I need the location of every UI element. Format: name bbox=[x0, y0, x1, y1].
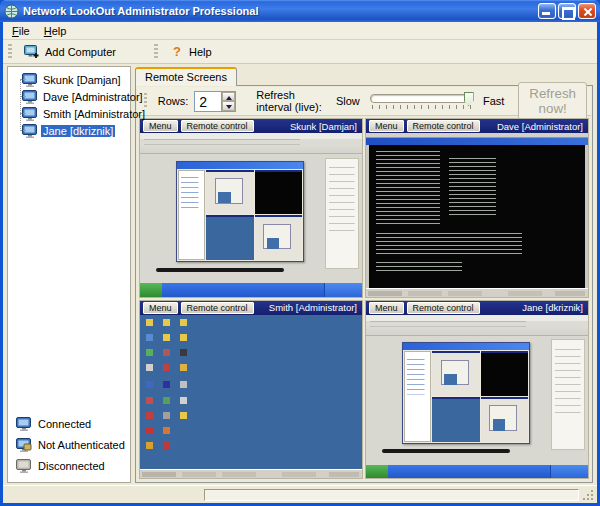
computer-sidebar: Skunk [Damjan] Dave [Administrator] Smit… bbox=[7, 66, 131, 483]
window-title: Network LookOut Administrator Profession… bbox=[23, 5, 536, 17]
remote-quadrant-terminal bbox=[255, 170, 303, 215]
remote-screen-thumbnail bbox=[140, 133, 362, 297]
remote-quadrant-terminal bbox=[481, 351, 529, 396]
sidebar-item-dave[interactable]: Dave [Administrator] bbox=[14, 88, 130, 105]
rows-value-input[interactable]: 2 bbox=[195, 92, 221, 111]
remote-taskbar-tasks bbox=[388, 465, 550, 478]
help-button[interactable]: ? Help bbox=[161, 41, 221, 62]
monitor-connected-icon bbox=[22, 90, 38, 104]
status-bar bbox=[3, 485, 597, 503]
panel-header: Menu Remote control Dave [Administrator] bbox=[366, 119, 588, 133]
computer-label: Skunk [Damjan] bbox=[41, 74, 123, 86]
menu-bar: File Help bbox=[3, 22, 597, 40]
remote-panel-skunk: Menu Remote control Skunk [Damjan] bbox=[139, 118, 363, 298]
minimize-button[interactable] bbox=[538, 3, 556, 19]
add-computer-button[interactable]: Add Computer bbox=[15, 42, 125, 62]
remote-screen-thumbnail bbox=[366, 133, 588, 297]
status-bar-field bbox=[204, 489, 579, 501]
remote-taskbar bbox=[140, 283, 362, 296]
help-label: Help bbox=[189, 46, 212, 58]
fast-label: Fast bbox=[483, 95, 504, 107]
remote-quadrant-blue-desktop bbox=[206, 215, 254, 260]
status-legend: Connected Not Authenticated Disconnected bbox=[8, 411, 130, 478]
panel-menu-button[interactable]: Menu bbox=[369, 120, 404, 132]
app-window: Network LookOut Administrator Profession… bbox=[0, 0, 600, 506]
remote-quadrant-desktop bbox=[255, 215, 303, 260]
panel-header: Menu Remote control Skunk [Damjan] bbox=[140, 119, 362, 133]
panel-computer-name: Skunk [Damjan] bbox=[290, 121, 359, 132]
menu-file[interactable]: File bbox=[5, 23, 37, 39]
slider-ticks bbox=[372, 105, 471, 109]
monitor-plus-icon bbox=[24, 45, 40, 59]
remote-taskbar-tasks bbox=[162, 283, 324, 296]
menu-help[interactable]: Help bbox=[37, 23, 74, 39]
monitor-connected-icon bbox=[22, 73, 38, 87]
remote-admin-window bbox=[176, 161, 305, 262]
remote-start-button bbox=[366, 465, 388, 478]
remote-computer-tree bbox=[178, 170, 205, 260]
toolbar-grip[interactable] bbox=[8, 44, 12, 60]
panel-remote-control-button[interactable]: Remote control bbox=[407, 302, 480, 314]
rows-spinner: 2 bbox=[194, 91, 236, 112]
terminal-text-lines bbox=[376, 151, 441, 225]
monitor-connected-icon bbox=[16, 417, 32, 431]
rows-spin-up-button[interactable] bbox=[222, 92, 235, 102]
panel-remote-control-button[interactable]: Remote control bbox=[181, 120, 254, 132]
refresh-now-button[interactable]: Refresh now! bbox=[518, 82, 587, 120]
legend-label: Connected bbox=[38, 418, 91, 430]
remote-window-titlebar bbox=[177, 162, 304, 169]
monitor-connected-icon bbox=[22, 107, 38, 121]
slow-label: Slow bbox=[336, 95, 360, 107]
remote-app-toolbar bbox=[366, 315, 588, 336]
panel-menu-button[interactable]: Menu bbox=[143, 120, 178, 132]
remote-computer-tree bbox=[404, 351, 431, 441]
terminal-text-lines bbox=[449, 158, 496, 215]
panel-remote-control-button[interactable]: Remote control bbox=[181, 302, 254, 314]
legend-disconnected: Disconnected bbox=[16, 455, 130, 476]
monitor-connected-icon bbox=[22, 124, 38, 138]
remote-command-prompt bbox=[369, 145, 584, 288]
legend-not-authenticated: Not Authenticated bbox=[16, 434, 130, 455]
remote-task-pane bbox=[325, 158, 358, 269]
toolbar: Add Computer ? Help bbox=[3, 40, 597, 64]
remote-dark-bar bbox=[156, 268, 285, 272]
panel-remote-control-button[interactable]: Remote control bbox=[407, 120, 480, 132]
panel-menu-button[interactable]: Menu bbox=[369, 302, 404, 314]
resize-grip[interactable] bbox=[581, 488, 594, 501]
remote-quadrant-desktop bbox=[206, 170, 254, 215]
remote-task-pane bbox=[551, 339, 584, 450]
toolbar-grip-2[interactable] bbox=[154, 44, 158, 60]
sidebar-item-skunk[interactable]: Skunk [Damjan] bbox=[14, 71, 130, 88]
monitor-disconnected-icon bbox=[16, 459, 32, 473]
tab-remote-screens[interactable]: Remote Screens bbox=[135, 67, 237, 86]
slider-track[interactable] bbox=[370, 94, 473, 103]
rows-spin-down-button[interactable] bbox=[222, 101, 235, 111]
remote-screens-grid: Menu Remote control Skunk [Damjan] bbox=[137, 116, 591, 481]
computer-label: Jane [dkriznik] bbox=[41, 125, 115, 137]
add-computer-label: Add Computer bbox=[45, 46, 116, 58]
computer-label: Smith [Administrator] bbox=[41, 108, 147, 120]
close-button[interactable] bbox=[578, 3, 596, 19]
remote-panel-smith: Menu Remote control Smith [Administrator… bbox=[139, 300, 363, 480]
app-globe-icon bbox=[4, 4, 19, 19]
remote-screens-panel: Rows: 2 Refresh interval (live): Slow bbox=[135, 85, 593, 483]
remote-quadrant-desktop bbox=[481, 397, 529, 442]
refresh-interval-label: Refresh interval (live): bbox=[256, 89, 330, 113]
title-bar[interactable]: Network LookOut Administrator Profession… bbox=[0, 0, 600, 22]
sidebar-item-smith[interactable]: Smith [Administrator] bbox=[14, 105, 130, 122]
sidebar-item-jane[interactable]: Jane [dkriznik] bbox=[14, 122, 130, 139]
refresh-interval-slider[interactable] bbox=[370, 91, 473, 111]
remote-screen-thumbnail bbox=[140, 315, 362, 479]
panel-menu-button[interactable]: Menu bbox=[143, 302, 178, 314]
remote-taskbar bbox=[140, 469, 362, 478]
remote-app-toolbar bbox=[140, 133, 362, 154]
legend-label: Not Authenticated bbox=[38, 439, 125, 451]
remote-system-tray bbox=[324, 283, 362, 296]
legend-label: Disconnected bbox=[38, 460, 105, 472]
legend-connected: Connected bbox=[16, 413, 130, 434]
maximize-button[interactable] bbox=[558, 3, 576, 19]
remote-quadrant-blue-desktop bbox=[432, 397, 480, 442]
controls-bar: Rows: 2 Refresh interval (live): Slow bbox=[137, 87, 591, 116]
slider-thumb[interactable] bbox=[464, 92, 474, 106]
remote-panel-dave: Menu Remote control Dave [Administrator] bbox=[365, 118, 589, 298]
